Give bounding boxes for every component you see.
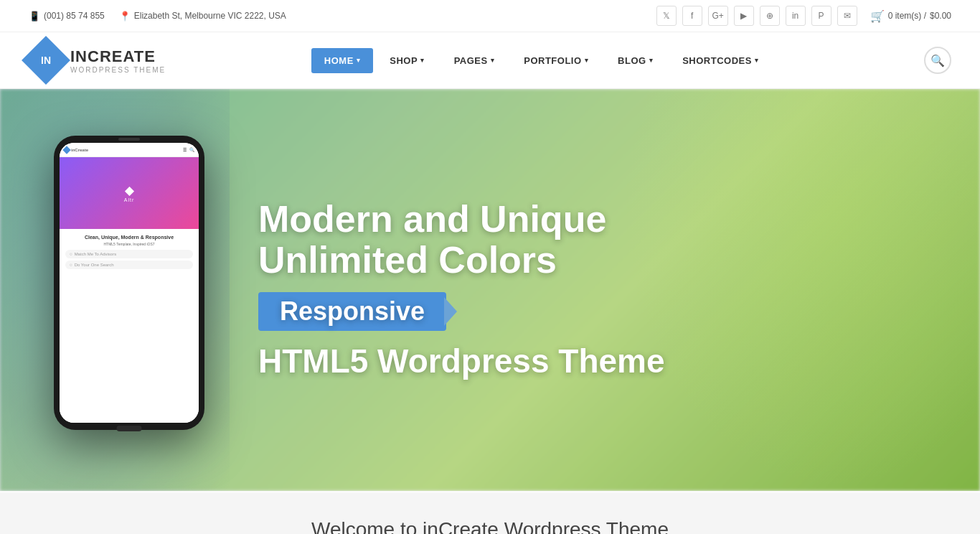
nav-item-home[interactable]: HOME ▾: [311, 48, 374, 73]
phone-screen-input1: ○ Match Me To Advisors: [65, 250, 193, 258]
header: IN INCREATE WORDPRESS THEME HOME ▾ SHOP …: [0, 32, 980, 89]
logo-subtitle: WORDPRESS THEME: [70, 66, 166, 74]
hero-section: inCreate ☰ 🔍 ◆ Altr Cl: [0, 89, 980, 491]
location-icon: 📍: [119, 11, 131, 22]
googleplus-icon[interactable]: G+: [708, 6, 728, 26]
main-nav: HOME ▾ SHOP ▾ PAGES ▾ PORTFOLIO ▾ BLOG ▾…: [311, 48, 772, 73]
phone-header-content: ◆ Altr: [124, 184, 135, 202]
linkedin-icon[interactable]: in: [786, 6, 806, 26]
phone-screen-subtitle: HTML5 Template, Inspired iOS7: [65, 242, 193, 246]
phone-input2-icon: ○: [70, 263, 72, 267]
phone-screen-body: Clean, Unique, Modern & Responsive HTML5…: [60, 229, 199, 423]
phone-info: 📱 (001) 85 74 855: [29, 11, 105, 22]
phone-top-bar: inCreate ☰ 🔍: [60, 143, 199, 157]
address-info: 📍 Elizabeth St, Melbourne VIC 2222, USA: [119, 11, 286, 22]
phone-outer: inCreate ☰ 🔍 ◆ Altr Cl: [54, 136, 204, 430]
nav-item-pages[interactable]: PAGES ▾: [441, 48, 508, 73]
top-bar-left: 📱 (001) 85 74 855 📍 Elizabeth St, Melbou…: [29, 11, 286, 22]
phone-notch: [118, 138, 140, 141]
address-text: Elizabeth St, Melbourne VIC 2222, USA: [134, 11, 286, 21]
nav-shortcodes-arrow: ▾: [755, 57, 759, 64]
nav-pages-label: PAGES: [454, 55, 488, 66]
phone-logo: inCreate: [64, 147, 88, 153]
logo-initials: IN: [41, 55, 51, 66]
nav-item-shop[interactable]: SHOP ▾: [377, 48, 437, 73]
cart-amount: $0.00: [930, 11, 951, 21]
phone-screen: inCreate ☰ 🔍 ◆ Altr Cl: [60, 143, 199, 423]
phone-logo-text: inCreate: [71, 148, 88, 152]
hero-badge: Responsive: [258, 292, 446, 331]
nav-portfolio-label: PORTFOLIO: [524, 55, 581, 66]
hero-line1: Modern and Unique: [258, 199, 937, 240]
logo-name: INCREATE: [70, 47, 166, 66]
nav-item-portfolio[interactable]: PORTFOLIO ▾: [511, 48, 601, 73]
twitter-icon[interactable]: 𝕏: [656, 6, 677, 26]
rss-icon[interactable]: ⊕: [760, 6, 780, 26]
nav-home-arrow: ▾: [357, 57, 361, 64]
logo-diamond: IN: [22, 36, 70, 85]
logo-area[interactable]: IN INCREATE WORDPRESS THEME: [29, 43, 166, 78]
nav-pages-arrow: ▾: [491, 57, 495, 64]
nav-portfolio-arrow: ▾: [585, 57, 589, 64]
logo-text-area: INCREATE WORDPRESS THEME: [70, 47, 166, 74]
hero-text: Modern and Unique Unlimited Colors Respo…: [258, 199, 937, 381]
cart-text: 0 item(s) /: [888, 11, 926, 21]
nav-shop-label: SHOP: [390, 55, 418, 66]
phone-screen-header: ◆ Altr: [60, 157, 199, 229]
phone-input2-text: Do Your One Search: [75, 263, 114, 267]
phone-home-button: [117, 426, 142, 431]
nav-shortcodes-label: SHORTCODES: [682, 55, 752, 66]
email-icon[interactable]: ✉: [837, 6, 857, 26]
cart-area[interactable]: 🛒 0 item(s) / $0.00: [870, 9, 951, 23]
phone-screen-input2: ○ Do Your One Search: [65, 261, 193, 269]
cart-icon: 🛒: [870, 9, 885, 23]
phone-diamond-icon: [62, 146, 70, 154]
bottom-section: Welcome to inCreate Wordpress Theme Conn…: [0, 491, 980, 534]
phone-header-icon: ◆: [124, 184, 135, 197]
nav-shop-arrow: ▾: [420, 57, 425, 64]
nav-item-shortcodes[interactable]: SHORTCODES ▾: [669, 48, 771, 73]
search-button[interactable]: 🔍: [924, 47, 951, 74]
welcome-title: Welcome to inCreate Wordpress Theme: [29, 518, 951, 534]
hero-content: inCreate ☰ 🔍 ◆ Altr Cl: [0, 89, 980, 491]
facebook-icon[interactable]: f: [682, 6, 702, 26]
phone-mockup: inCreate ☰ 🔍 ◆ Altr Cl: [43, 136, 215, 430]
phone-number: (001) 85 74 855: [44, 11, 105, 21]
pinterest-icon[interactable]: P: [811, 6, 831, 26]
nav-blog-arrow: ▾: [649, 57, 654, 64]
phone-input1-text: Match Me To Advisors: [75, 252, 117, 256]
phone-icon: 📱: [29, 11, 40, 22]
nav-home-label: HOME: [324, 55, 354, 66]
hero-line2: Unlimited Colors: [258, 240, 937, 281]
phone-input1-icon: ○: [70, 252, 72, 256]
top-bar: 📱 (001) 85 74 855 📍 Elizabeth St, Melbou…: [0, 0, 980, 32]
nav-item-blog[interactable]: BLOG ▾: [605, 48, 666, 73]
nav-blog-label: BLOG: [618, 55, 646, 66]
youtube-icon[interactable]: ▶: [734, 6, 754, 26]
phone-search-icon: 🔍: [189, 147, 194, 152]
phone-header-icons: ☰ 🔍: [183, 147, 194, 152]
hero-line3: HTML5 Wordpress Theme: [258, 342, 937, 381]
phone-header-brand: Altr: [124, 197, 135, 202]
top-bar-right: 𝕏 f G+ ▶ ⊕ in P ✉ 🛒 0 item(s) / $0.00: [656, 6, 951, 26]
phone-screen-title: Clean, Unique, Modern & Responsive: [65, 235, 193, 240]
phone-menu-icon: ☰: [183, 147, 187, 152]
search-icon: 🔍: [930, 54, 945, 67]
